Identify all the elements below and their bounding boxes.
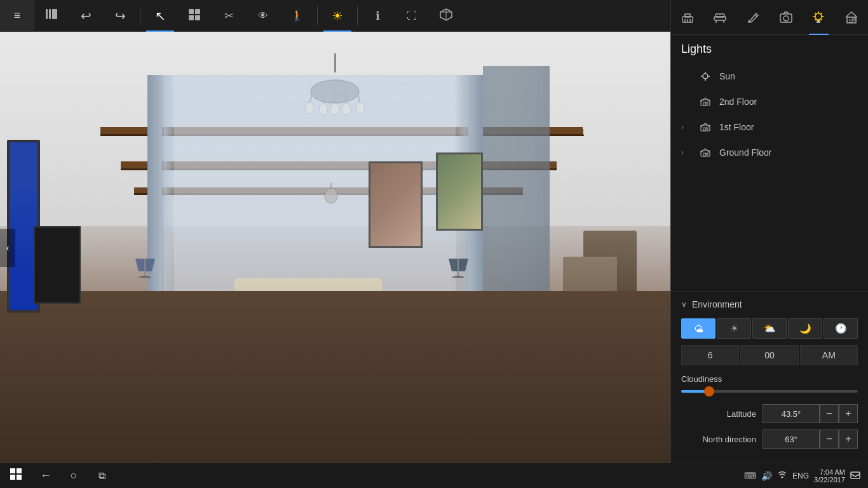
task-view-icon: ⧉: [98, 470, 105, 482]
redo-button[interactable]: ↪: [103, 0, 137, 32]
partly-cloudy-icon: 🌤: [694, 323, 703, 334]
floor-light-icon-1st: [698, 119, 713, 135]
undo-button[interactable]: ↩: [69, 0, 103, 32]
top-toolbar: ≡ ↩ ↪ ↖ ✂ 👁 �: [0, 0, 670, 32]
svg-rect-4: [195, 9, 200, 14]
svg-rect-70: [706, 128, 708, 130]
svg-point-26: [139, 276, 151, 278]
svg-rect-77: [17, 475, 22, 480]
north-direction-label: North direction: [681, 435, 756, 444]
panel-tool-paint[interactable]: [741, 4, 765, 30]
clock-time: 7:04 AM: [814, 468, 845, 476]
weather-btn-clock[interactable]: 🕐: [824, 318, 858, 339]
svg-rect-67: [706, 102, 708, 104]
taskbar-language-icon[interactable]: ENG: [792, 471, 809, 480]
cube-icon: [439, 8, 453, 24]
artwork-1: [369, 161, 422, 248]
view-button[interactable]: 👁: [246, 0, 280, 32]
table-lamp-right: [447, 246, 470, 282]
info-icon: ℹ: [376, 9, 380, 23]
taskbar-keyboard-icon[interactable]: ⌨: [744, 471, 756, 480]
viewport-canvas: 🌿 🌿: [0, 32, 670, 464]
north-direction-input[interactable]: [763, 430, 820, 449]
svg-point-78: [782, 477, 783, 478]
time-hour[interactable]: 6: [681, 345, 739, 365]
svg-rect-59: [853, 18, 855, 20]
back-icon: ←: [40, 469, 51, 482]
svg-point-31: [325, 188, 337, 203]
menu-icon: ≡: [14, 9, 21, 22]
panel-spacer: [671, 173, 868, 291]
north-direction-row: North direction − +: [681, 430, 858, 449]
library-button[interactable]: [34, 0, 69, 32]
taskbar-notification-icon[interactable]: [850, 470, 860, 482]
right-panel: Lights Sun: [670, 0, 868, 463]
panel-tool-camera[interactable]: [774, 4, 798, 30]
light-expand-ground-floor[interactable]: ›: [681, 148, 694, 157]
walk-button[interactable]: 🚶: [280, 0, 315, 32]
taskbar-network-icon[interactable]: [777, 470, 787, 482]
arrange-button[interactable]: [177, 0, 212, 32]
lights-button[interactable]: ☀: [320, 0, 355, 32]
taskbar-speaker-icon[interactable]: 🔊: [761, 471, 772, 481]
start-button[interactable]: [0, 463, 32, 489]
svg-rect-74: [10, 468, 15, 473]
panel-tool-lighting[interactable]: [806, 4, 831, 30]
info-button[interactable]: ℹ: [360, 0, 395, 32]
select-button[interactable]: ↖: [143, 0, 177, 32]
weather-btn-sunny-clear[interactable]: 🌤: [681, 318, 715, 339]
light-label-sun: Sun: [719, 71, 735, 81]
svg-rect-76: [10, 475, 15, 480]
cloudiness-thumb[interactable]: [704, 386, 714, 396]
north-direction-minus-button[interactable]: −: [820, 430, 839, 449]
latitude-minus-button[interactable]: −: [820, 404, 839, 423]
time-minute[interactable]: 00: [740, 345, 798, 365]
environment-title: Environment: [692, 299, 742, 309]
sun-toolbar-icon: ☀: [332, 8, 343, 24]
svg-rect-5: [189, 15, 194, 20]
time-period[interactable]: AM: [800, 345, 858, 365]
taskbar-window-button[interactable]: ⧉: [88, 463, 116, 489]
taskbar-circle-button[interactable]: ○: [60, 463, 88, 489]
light-item-2nd-floor[interactable]: 2nd Floor: [681, 89, 858, 114]
svg-rect-2: [52, 9, 57, 19]
menu-button[interactable]: ≡: [0, 0, 34, 32]
cloudiness-slider[interactable]: [681, 390, 858, 393]
taskbar: ← ○ ⧉ ⌨ 🔊 ENG 7:04 AM 3/22/2017: [0, 463, 868, 488]
weather-btn-sunny[interactable]: ☀: [717, 318, 751, 339]
light-label-ground-floor: Ground Floor: [719, 147, 771, 158]
select-icon: ↖: [155, 8, 166, 24]
north-direction-plus-button[interactable]: +: [839, 430, 858, 449]
weather-btn-night[interactable]: 🌙: [788, 318, 822, 339]
panel-tool-house[interactable]: [839, 4, 864, 30]
eye-icon: 👁: [258, 10, 268, 22]
redo-icon: ↪: [115, 8, 126, 24]
panel-toolbar: [671, 0, 868, 35]
svg-rect-33: [685, 14, 690, 17]
taskbar-back-button[interactable]: ←: [32, 463, 60, 489]
svg-rect-38: [715, 14, 724, 17]
latitude-plus-button[interactable]: +: [839, 404, 858, 423]
svg-rect-0: [46, 9, 48, 19]
viewport[interactable]: 🌿 🌿 ‹: [0, 32, 670, 464]
light-item-sun[interactable]: Sun: [681, 64, 858, 89]
light-item-ground-floor[interactable]: › Ground Floor: [681, 140, 858, 165]
table-lamp-left: [134, 246, 156, 282]
cut-button[interactable]: ✂: [212, 0, 246, 32]
weather-btn-cloudy[interactable]: ⛅: [752, 318, 787, 339]
search-circle-icon: ○: [71, 469, 78, 482]
3d-button[interactable]: [429, 0, 463, 32]
floor: [0, 291, 670, 464]
svg-rect-72: [703, 153, 705, 156]
environment-header[interactable]: ∨ Environment: [681, 299, 858, 309]
sunny-icon: ☀: [730, 323, 738, 334]
panel-tool-build[interactable]: [675, 4, 700, 30]
light-item-1st-floor[interactable]: › 1st Floor: [681, 114, 858, 140]
light-expand-1st-floor[interactable]: ›: [681, 123, 694, 132]
svg-rect-1: [49, 9, 51, 19]
latitude-input[interactable]: [763, 404, 820, 423]
time-row: 6 00 AM: [681, 345, 858, 365]
fullscreen-button[interactable]: ⛶: [395, 0, 429, 32]
left-nav-arrow[interactable]: ‹: [0, 229, 15, 267]
panel-tool-furniture[interactable]: [708, 4, 732, 30]
